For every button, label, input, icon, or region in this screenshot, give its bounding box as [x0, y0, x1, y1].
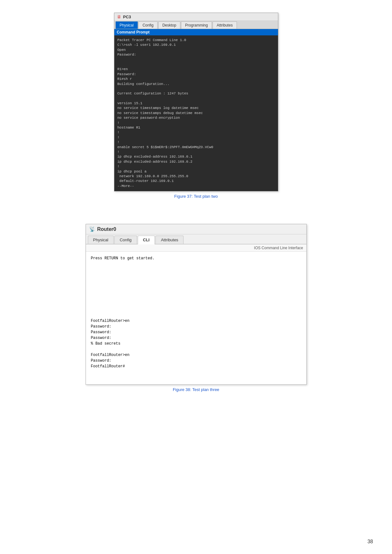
router0-title-bar: 📡 Router0 — [86, 224, 306, 234]
router0-icon: 📡 — [89, 226, 95, 232]
tab-physical[interactable]: Physical — [116, 21, 138, 29]
page-number: 38 — [367, 539, 373, 545]
command-prompt-bar: Command Prompt — [114, 29, 278, 35]
ios-header-text: IOS Command Line Interface — [254, 246, 303, 250]
router0-tab-bar: Physical Config CLI Attributes — [86, 234, 306, 244]
router-tab-physical[interactable]: Physical — [88, 236, 114, 244]
router0-window: 📡 Router0 Physical Config CLI Attributes… — [86, 224, 307, 385]
tab-programming[interactable]: Programming — [181, 21, 212, 29]
ios-header: IOS Command Line Interface — [86, 244, 306, 252]
pc3-window: 🖥 PC3 Physical Config Desktop Programmin… — [114, 13, 278, 191]
pc3-icon: 🖥 — [117, 14, 121, 19]
pc3-tab-bar: Physical Config Desktop Programming Attr… — [114, 21, 278, 29]
router0-section: 📡 Router0 Physical Config CLI Attributes… — [86, 224, 307, 392]
router-tab-cli[interactable]: CLI — [138, 236, 155, 244]
tab-attributes[interactable]: Attributes — [213, 21, 237, 29]
tab-config[interactable]: Config — [138, 21, 158, 29]
router0-title-text: Router0 — [97, 226, 116, 232]
router-tab-attributes[interactable]: Attributes — [155, 236, 184, 244]
router-tab-config[interactable]: Config — [114, 236, 137, 244]
pc3-title-text: PC3 — [123, 15, 131, 19]
router0-terminal[interactable]: Press RETURN to get started. FootfallRou… — [86, 252, 306, 384]
pc3-section: 🖥 PC3 Physical Config Desktop Programmin… — [114, 13, 278, 199]
pc3-title-bar: 🖥 PC3 — [114, 13, 278, 21]
pc3-terminal[interactable]: Packet Tracer PC Command Line 1.0 C:\>ss… — [114, 35, 278, 191]
figure37-caption: Figure 37: Test plan two — [174, 194, 218, 199]
figure38-caption: Figure 38: Test plan three — [173, 387, 219, 392]
command-prompt-label: Command Prompt — [117, 30, 150, 34]
tab-desktop[interactable]: Desktop — [158, 21, 180, 29]
